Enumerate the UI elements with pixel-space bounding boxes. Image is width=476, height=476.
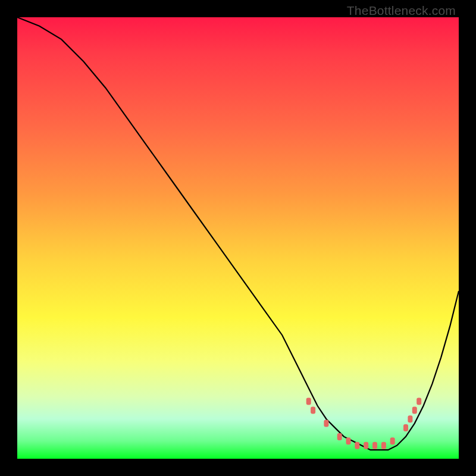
curve-markers <box>306 398 422 449</box>
curve-marker <box>306 398 311 405</box>
watermark-text: TheBottleneck.com <box>347 4 456 18</box>
chart-frame: TheBottleneck.com <box>0 0 476 476</box>
curve-marker <box>324 420 328 427</box>
curve-marker <box>364 442 368 449</box>
curve-marker <box>381 442 386 449</box>
curve-marker <box>337 433 342 440</box>
curve-marker <box>346 437 351 444</box>
curve-marker <box>311 406 315 414</box>
curve-marker <box>408 415 412 422</box>
curve-marker <box>412 406 417 414</box>
curve-marker <box>372 442 377 449</box>
curve-marker <box>416 398 421 405</box>
curve-marker <box>403 424 408 431</box>
curve-marker <box>390 437 395 444</box>
chart-svg <box>17 17 459 459</box>
bottleneck-curve <box>17 17 459 450</box>
curve-marker <box>355 442 359 449</box>
